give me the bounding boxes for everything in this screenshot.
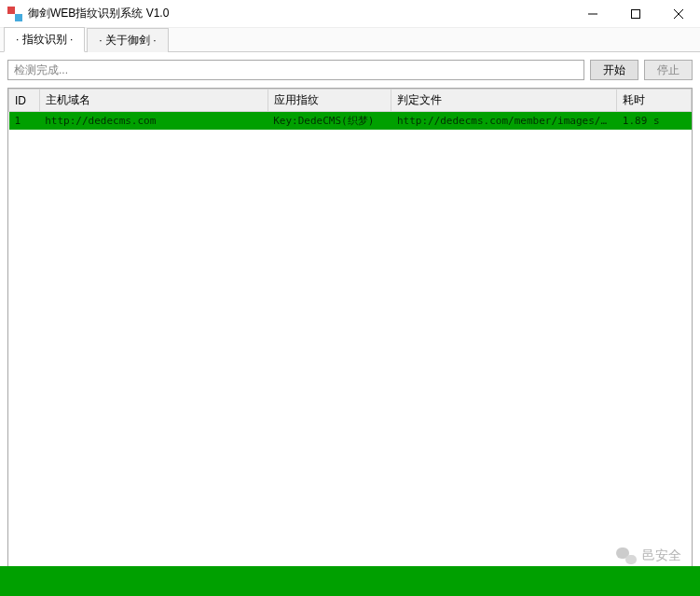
start-button[interactable]: 开始: [590, 60, 638, 80]
window-title: 御剑WEB指纹识别系统 V1.0: [28, 6, 571, 21]
close-button[interactable]: [657, 0, 700, 28]
app-icon: [7, 7, 22, 21]
tab-fingerprint[interactable]: · 指纹识别 ·: [4, 27, 85, 52]
table-row[interactable]: 1 http://dedecms.com Key:DedeCMS(织梦) htt…: [9, 112, 692, 131]
col-id[interactable]: ID: [9, 90, 40, 112]
cell-time: 1.89 s: [617, 112, 692, 131]
tab-strip: · 指纹识别 · · 关于御剑 ·: [0, 28, 700, 52]
maximize-button[interactable]: [614, 0, 657, 28]
cell-host: http://dedecms.com: [39, 112, 268, 131]
watermark: 邑安全: [616, 547, 681, 564]
results-table: ID 主机域名 应用指纹 判定文件 耗时 1 http://dedecms.co…: [8, 89, 692, 130]
tab-about[interactable]: · 关于御剑 ·: [87, 28, 168, 52]
window-controls: [571, 0, 700, 28]
col-fingerprint[interactable]: 应用指纹: [268, 90, 391, 112]
cell-fingerprint: Key:DedeCMS(织梦): [268, 112, 391, 131]
results-grid[interactable]: ID 主机域名 应用指纹 判定文件 耗时 1 http://dedecms.co…: [7, 88, 693, 575]
status-field[interactable]: [7, 60, 584, 80]
watermark-text: 邑安全: [642, 547, 681, 564]
svg-rect-1: [632, 9, 640, 18]
col-host[interactable]: 主机域名: [39, 90, 268, 112]
col-file[interactable]: 判定文件: [391, 90, 617, 112]
minimize-button[interactable]: [571, 0, 614, 28]
control-bar: 开始 停止: [0, 52, 700, 88]
bottom-bar: [0, 566, 700, 596]
wechat-icon: [616, 547, 637, 564]
col-time[interactable]: 耗时: [617, 90, 692, 112]
stop-button: 停止: [644, 60, 693, 80]
cell-file: http://dedecms.com/member/images/ba...: [391, 112, 617, 131]
titlebar: 御剑WEB指纹识别系统 V1.0: [0, 0, 700, 28]
cell-id: 1: [9, 112, 40, 131]
